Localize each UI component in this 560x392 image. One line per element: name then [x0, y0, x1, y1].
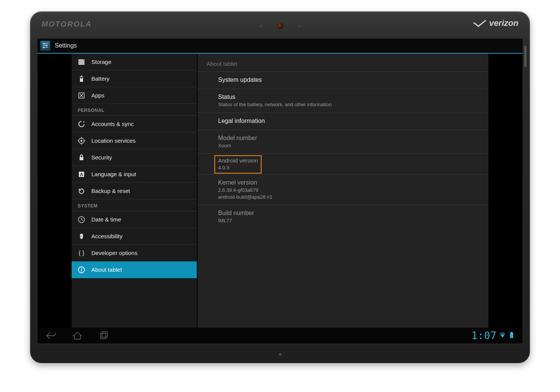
settings-detail[interactable]: About tablet System updates Status Statu… [197, 54, 488, 328]
detail-model[interactable]: Model number Xoom [198, 130, 488, 154]
sidebar-item-label: Language & input [91, 171, 136, 177]
svg-text:A: A [80, 172, 83, 177]
gutter-right [488, 54, 523, 328]
sidebar-item-label: Developer options [91, 250, 137, 256]
detail-status[interactable]: Status Status of the battery, network, a… [198, 89, 488, 113]
braces-icon: { } [78, 249, 85, 257]
storage-icon [78, 58, 85, 66]
svg-marker-14 [83, 121, 85, 123]
sidebar-item-language[interactable]: A Language & input [72, 166, 197, 183]
sidebar-item-label: Backup & reset [91, 188, 130, 194]
settings-sidebar[interactable]: Storage Battery Apps PERSONAL Accounts &… [72, 54, 197, 328]
settings-body: Storage Battery Apps PERSONAL Accounts &… [37, 54, 523, 328]
verizon-check-icon [473, 19, 486, 27]
tablet-side-button [524, 46, 526, 67]
clock-icon [78, 216, 85, 223]
svg-rect-30 [81, 269, 82, 271]
sidebar-item-location[interactable]: Location services [72, 132, 197, 149]
tablet-frame: MOTOROLA verizon Settings Storage [30, 11, 530, 363]
battery-icon [78, 75, 85, 83]
gutter-left [37, 54, 72, 328]
sidebar-item-label: Security [91, 154, 112, 161]
tablet-camera [260, 23, 301, 29]
sidebar-item-label: Date & time [91, 216, 121, 223]
detail-kernel[interactable]: Kernel version 2.6.39.4-gf03a679 android… [198, 175, 488, 205]
svg-point-16 [81, 140, 83, 142]
screen: Settings Storage Battery Apps PERSONAL [37, 38, 523, 344]
sidebar-item-label: Battery [91, 75, 110, 82]
backup-icon [78, 187, 85, 195]
svg-point-3 [44, 43, 45, 45]
svg-rect-8 [78, 63, 85, 65]
detail-legal[interactable]: Legal information [198, 113, 488, 130]
detail-android-version[interactable]: Android version 4.0.3 [198, 154, 488, 175]
svg-point-4 [46, 45, 47, 46]
brand-verizon: verizon [473, 18, 519, 28]
sidebar-item-label: Accessibility [91, 233, 123, 239]
sync-icon [78, 120, 85, 128]
status-area[interactable]: 1:07 [471, 330, 515, 341]
hand-icon [78, 233, 85, 240]
action-bar-title: Settings [55, 42, 77, 49]
sidebar-item-label: Accounts & sync [91, 121, 134, 127]
recent-apps-button[interactable] [98, 331, 110, 340]
svg-rect-7 [78, 61, 85, 63]
brand-motorola: MOTOROLA [41, 20, 92, 29]
action-bar: Settings [37, 38, 523, 54]
svg-rect-12 [80, 77, 83, 78]
svg-rect-34 [511, 332, 512, 333]
clock: 1:07 [471, 330, 497, 341]
sidebar-item-storage[interactable]: Storage [72, 54, 197, 70]
sidebar-item-about[interactable]: About tablet [72, 261, 197, 278]
sidebar-item-accounts-sync[interactable]: Accounts & sync [72, 116, 197, 132]
home-button[interactable] [72, 331, 83, 340]
detail-header: About tablet [198, 54, 488, 72]
svg-rect-33 [510, 333, 513, 338]
sidebar-item-battery[interactable]: Battery [72, 70, 197, 87]
tablet-bottom-sensor [279, 353, 281, 355]
sidebar-item-label: About tablet [91, 266, 122, 273]
sidebar-item-apps[interactable]: Apps [72, 87, 197, 104]
wifi-icon [499, 331, 506, 340]
sidebar-item-developer[interactable]: { } Developer options [72, 245, 197, 261]
svg-point-5 [43, 47, 45, 48]
settings-app-icon [40, 41, 50, 51]
sidebar-item-security[interactable]: Security [72, 149, 197, 166]
sidebar-item-accessibility[interactable]: Accessibility [72, 228, 197, 245]
svg-rect-32 [102, 332, 107, 337]
system-nav-bar: 1:07 [37, 328, 523, 344]
svg-rect-21 [80, 157, 83, 160]
section-personal: PERSONAL [72, 104, 197, 116]
sidebar-item-datetime[interactable]: Date & time [72, 211, 197, 228]
sidebar-item-label: Apps [91, 92, 104, 99]
highlight-box: Android version 4.0.3 [214, 155, 262, 174]
back-button[interactable] [45, 331, 56, 340]
battery-status-icon [508, 331, 515, 340]
location-icon [78, 137, 85, 145]
svg-line-27 [81, 220, 83, 220]
detail-build[interactable]: Build number IML77 [198, 205, 488, 229]
svg-rect-9 [83, 60, 84, 61]
svg-point-29 [81, 268, 82, 268]
detail-system-updates[interactable]: System updates [198, 72, 488, 89]
svg-rect-31 [101, 333, 106, 339]
sidebar-item-label: Location services [91, 137, 136, 144]
sidebar-item-label: Storage [91, 59, 112, 65]
apps-icon [78, 92, 85, 99]
svg-rect-11 [81, 76, 82, 77]
section-system: SYSTEM [72, 199, 197, 211]
sidebar-item-backup[interactable]: Backup & reset [72, 183, 197, 199]
info-icon [78, 266, 85, 274]
language-icon: A [78, 171, 85, 178]
lock-icon [78, 154, 85, 161]
